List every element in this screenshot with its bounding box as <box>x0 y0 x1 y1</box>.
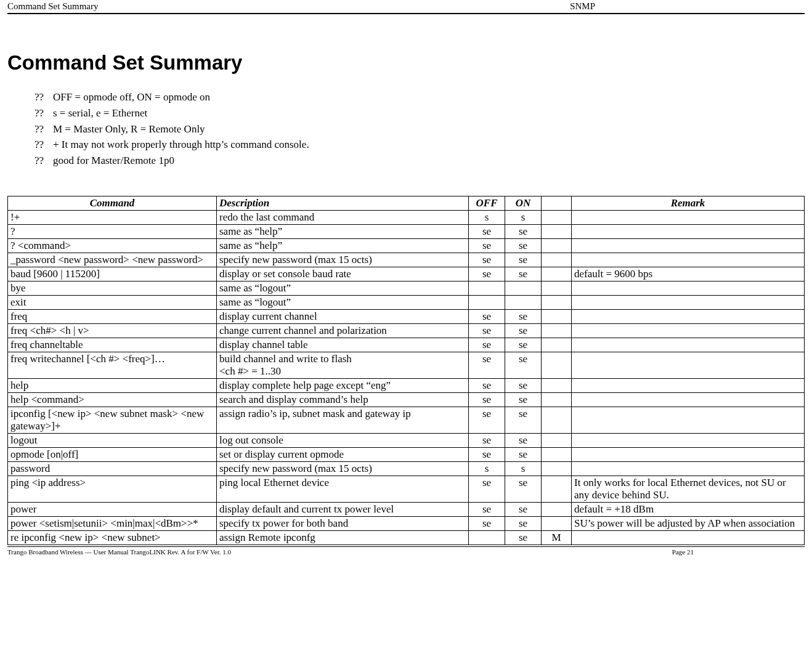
cell-description: specify new password (max 15 octs) <box>217 253 469 267</box>
cell-remark <box>572 238 805 253</box>
list-item: good for Master/Remote 1p0 <box>35 153 805 169</box>
cell-on <box>505 281 542 295</box>
cell-description: ping local Ethernet device <box>217 476 469 502</box>
cell-remark <box>572 461 805 476</box>
cell-off <box>469 530 505 545</box>
cell-description: display complete help page except “eng” <box>217 378 469 392</box>
cell-on: se <box>505 476 542 502</box>
table-row: opmode [on|off]set or display current op… <box>8 447 805 461</box>
cell-on: se <box>505 433 542 447</box>
col-on: ON <box>505 196 542 210</box>
cell-off <box>469 295 505 309</box>
cell-remark <box>572 323 805 338</box>
cell-mr: M <box>542 530 572 545</box>
cell-mr <box>542 224 572 238</box>
cell-command: exit <box>8 295 217 309</box>
cell-off: se <box>469 433 505 447</box>
cell-mr <box>542 476 572 502</box>
cell-on <box>505 295 542 309</box>
cell-command: opmode [on|off] <box>8 447 217 461</box>
table-row: exitsame as “logout” <box>8 295 805 309</box>
cell-remark: SU’s power will be adjusted by AP when a… <box>572 516 805 530</box>
cell-command: freq <ch#> <h | v> <box>8 323 217 338</box>
cell-description: log out console <box>217 433 469 447</box>
table-row: ? <command>same as “help”sese <box>8 238 805 253</box>
cell-description: specify new password (max 15 octs) <box>217 461 469 476</box>
cell-description: change current channel and polarization <box>217 323 469 338</box>
cell-command: freq channeltable <box>8 338 217 352</box>
cell-command: ipconfig [<new ip> <new subnet mask> <ne… <box>8 407 217 433</box>
cell-off: se <box>469 224 505 238</box>
cell-on: se <box>505 378 542 392</box>
cell-description: same as “logout” <box>217 281 469 295</box>
cell-command: ? <box>8 224 217 238</box>
table-row: freq <ch#> <h | v>change current channel… <box>8 323 805 338</box>
cell-command: freq <box>8 309 217 323</box>
cell-remark <box>572 378 805 392</box>
cell-command: password <box>8 461 217 476</box>
cell-mr <box>542 392 572 407</box>
col-mr <box>542 196 572 210</box>
cell-mr <box>542 461 572 476</box>
cell-off: se <box>469 267 505 281</box>
cell-on: se <box>505 392 542 407</box>
table-row: re ipconfig <new ip> <new subnet>assign … <box>8 530 805 545</box>
cell-description: display default and current tx power lev… <box>217 502 469 516</box>
cell-mr <box>542 378 572 392</box>
cell-remark <box>572 281 805 295</box>
table-row: freqdisplay current channelsese <box>8 309 805 323</box>
cell-command: help <command> <box>8 392 217 407</box>
cell-off <box>469 281 505 295</box>
table-row: help <command>search and display command… <box>8 392 805 407</box>
table-row: logoutlog out consolesese <box>8 433 805 447</box>
cell-remark <box>572 392 805 407</box>
cell-off: s <box>469 461 505 476</box>
cell-on: se <box>505 238 542 253</box>
list-item: s = serial, e = Ethernet <box>35 105 805 121</box>
page-title: Command Set Summary <box>7 51 805 75</box>
table-row: !+redo the last commandss <box>8 210 805 224</box>
cell-mr <box>542 309 572 323</box>
table-row: helpdisplay complete help page except “e… <box>8 378 805 392</box>
cell-description: assign Remote ipconfg <box>217 530 469 545</box>
cell-mr <box>542 447 572 461</box>
cell-description: search and display command’s help <box>217 392 469 407</box>
cell-on: se <box>505 530 542 545</box>
cell-remark <box>572 352 805 378</box>
cell-on: se <box>505 502 542 516</box>
cell-mr <box>542 267 572 281</box>
cell-description: set or display current opmode <box>217 447 469 461</box>
cell-on: se <box>505 338 542 352</box>
cell-command: baud [9600 | 115200] <box>8 267 217 281</box>
cell-remark <box>572 433 805 447</box>
cell-mr <box>542 323 572 338</box>
cell-off: se <box>469 447 505 461</box>
cell-on: se <box>505 224 542 238</box>
table-header-row: Command Description OFF ON Remark <box>8 196 805 210</box>
cell-command: bye <box>8 281 217 295</box>
cell-description: display or set console baud rate <box>217 267 469 281</box>
cell-off: se <box>469 476 505 502</box>
cell-on: se <box>505 267 542 281</box>
footer-right: Page 21 <box>672 548 805 556</box>
cell-command: ? <command> <box>8 238 217 253</box>
cell-off: se <box>469 516 505 530</box>
cell-command: freq writechannel [<ch #> <freq>]… <box>8 352 217 378</box>
table-row: passwordspecify new password (max 15 oct… <box>8 461 805 476</box>
col-off: OFF <box>469 196 505 210</box>
cell-on: se <box>505 309 542 323</box>
cell-remark <box>572 447 805 461</box>
list-item: + It may not work properly through http’… <box>35 137 805 153</box>
header-left: Command Set Summary <box>7 1 99 12</box>
col-remark: Remark <box>572 196 805 210</box>
cell-on: s <box>505 210 542 224</box>
table-row: _password <new password> <new password>s… <box>8 253 805 267</box>
cell-off: se <box>469 502 505 516</box>
page-footer: Trango Broadband Wireless — User Manual … <box>7 546 805 556</box>
table-row: freq channeltabledisplay channel tablese… <box>8 338 805 352</box>
cell-mr <box>542 281 572 295</box>
cell-on: se <box>505 407 542 433</box>
list-item: M = Master Only, R = Remote Only <box>35 121 805 137</box>
cell-on: se <box>505 516 542 530</box>
cell-description: same as “help” <box>217 238 469 253</box>
